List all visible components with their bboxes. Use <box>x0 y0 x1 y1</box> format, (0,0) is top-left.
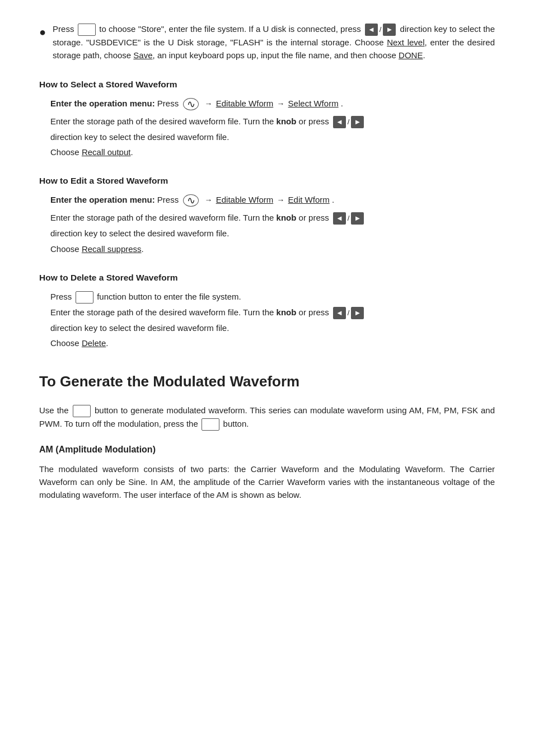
delete-dir-keys: ◄ / ► <box>332 307 364 319</box>
right-arrow-key: ► <box>383 24 396 36</box>
select-body3: Choose Recall output. <box>50 146 495 158</box>
edit-right-arrow: ► <box>351 212 364 225</box>
direction-keys: ◄ / ► <box>364 24 396 36</box>
delete-press: Press <box>50 292 74 301</box>
section-edit-block: Enter the operation menu: Press ∿ → Edit… <box>50 193 495 255</box>
select-text1: Enter the storage path of the desired wa… <box>50 116 331 126</box>
bullet-dot: ● <box>39 24 46 41</box>
section-edit-heading: How to Edit a Stored Waveform <box>39 174 495 188</box>
delete-btn-inline <box>76 291 93 304</box>
select-period: . <box>341 99 343 108</box>
select-body2: direction key to select the desired wave… <box>50 130 495 143</box>
arrow2-edit: → <box>277 194 284 207</box>
select-op-menu-line: Enter the operation menu: Press ∿ → Edit… <box>50 97 495 110</box>
store-button-inline <box>78 24 96 36</box>
mod-text3: button. <box>223 419 249 428</box>
edit-left-arrow: ◄ <box>333 212 346 225</box>
edit-wform-label: Edit Wform <box>288 195 330 204</box>
left-arrow-key: ◄ <box>365 24 378 36</box>
am-heading: AM (Amplitude Modulation) <box>39 443 495 457</box>
wave-icon-select: ∿ <box>183 98 199 110</box>
recall-suppress-link: Recall suppress <box>82 244 142 254</box>
select-left-arrow: ◄ <box>333 116 346 128</box>
delete-text1: function button to enter the file system… <box>97 292 241 301</box>
recall-output-link: Recall output <box>82 147 131 157</box>
section-select-block: Enter the operation menu: Press ∿ → Edit… <box>50 97 495 159</box>
edit-op-press: Press <box>157 195 181 204</box>
edit-text1: Enter the storage path of the desired wa… <box>50 213 331 222</box>
slash-sep: / <box>380 24 382 35</box>
wave-icon-edit: ∿ <box>183 194 199 207</box>
bullet-store-section: ● Press to choose "Store", enter the fil… <box>39 22 495 62</box>
section-delete-block: Press function button to enter the file … <box>50 290 495 350</box>
edit-dir-keys: ◄ / ► <box>332 212 364 225</box>
mod-off-btn-inline <box>202 418 219 431</box>
delete-body2: Enter the storage path of the desired wa… <box>50 306 495 319</box>
delete-link: Delete <box>82 338 106 348</box>
arrow2-select: → <box>277 98 284 110</box>
knob-label-edit: knob <box>277 213 297 222</box>
select-right-arrow: ► <box>351 116 364 128</box>
section-delete-heading: How to Delete a Stored Waveform <box>39 271 495 284</box>
select-op-press: Press <box>157 99 181 108</box>
arrow1-select: → <box>205 98 213 110</box>
editable-wform-edit: Editable Wform <box>216 195 274 204</box>
mod-text2: button to generate modulated waveform. T… <box>39 405 495 428</box>
select-body1: Enter the storage path of the desired wa… <box>50 115 495 128</box>
edit-body1: Enter the storage path of the desired wa… <box>50 211 495 225</box>
arrow1-edit: → <box>205 194 213 207</box>
edit-op-label: Enter the operation menu: <box>50 195 155 204</box>
knob-label-select: knob <box>277 116 297 126</box>
delete-body4: Choose Delete. <box>50 337 495 349</box>
select-wform-label: Select Wform <box>288 99 339 108</box>
section-select-heading: How to Select a Stored Waveform <box>39 78 495 91</box>
modulated-waveform-heading: To Generate the Modulated Waveform <box>39 370 495 393</box>
press-label: Press <box>53 24 74 34</box>
delete-left-arrow: ◄ <box>333 307 346 319</box>
delete-body1: Press function button to enter the file … <box>50 290 495 304</box>
knob-label-delete: knob <box>277 307 297 317</box>
mod-btn-inline <box>73 405 91 417</box>
save-link: Save <box>133 50 152 60</box>
mod-text1: Use the <box>39 405 72 415</box>
edit-body3: Choose Recall suppress. <box>50 242 495 255</box>
delete-right-arrow: ► <box>351 307 364 319</box>
select-dir-keys: ◄ / ► <box>332 116 364 128</box>
am-body: The modulated waveform consists of two p… <box>39 463 495 502</box>
edit-body2: direction key to select the desired wave… <box>50 227 495 240</box>
delete-body3: direction key to select the desired wave… <box>50 321 495 334</box>
editable-wform-select: Editable Wform <box>216 99 274 108</box>
edit-period: . <box>332 195 334 204</box>
select-op-label: Enter the operation menu: <box>50 99 155 108</box>
to-choose-text: to choose "Store", enter the file system… <box>99 24 363 34</box>
next-level-link: Next level <box>387 38 424 47</box>
delete-slash: / <box>348 307 350 319</box>
edit-slash: / <box>348 213 350 224</box>
modulated-body: Use the button to generate modulated wav… <box>39 404 495 431</box>
select-slash: / <box>348 116 350 128</box>
done-link: DONE <box>399 50 423 60</box>
bullet-store-content: Press to choose "Store", enter the file … <box>53 22 495 62</box>
delete-text2: Enter the storage path of the desired wa… <box>50 307 331 317</box>
edit-op-menu-line: Enter the operation menu: Press ∿ → Edit… <box>50 193 495 207</box>
